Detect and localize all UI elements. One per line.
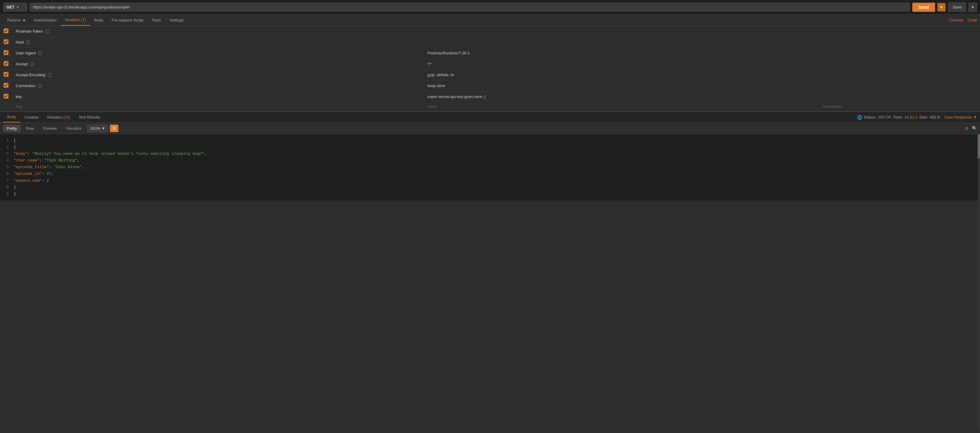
method-dropdown[interactable]: GET ▼ (3, 3, 27, 11)
tab-authorization[interactable]: Authorization (29, 15, 61, 26)
response-tab-headers[interactable]: Headers (10) (43, 112, 75, 122)
line-number: 6 (3, 171, 14, 177)
globe-icon[interactable]: 🌐 (857, 115, 862, 120)
header-checkbox-4[interactable] (4, 72, 8, 77)
info-icon-3[interactable]: i (30, 62, 34, 66)
cookies-link[interactable]: Cookies (949, 18, 963, 22)
send-button[interactable]: Send (912, 3, 935, 12)
header-checkbox-0[interactable] (4, 29, 8, 33)
header-checkbox-6[interactable] (4, 94, 8, 99)
tab-tests[interactable]: Tests (148, 15, 165, 26)
url-input[interactable] (30, 3, 910, 11)
response-tabs-row: Body Cookies Headers (10) Test Results 🌐… (0, 111, 980, 123)
code-area: 1[2 {3 "body": "Really? You need me to h… (0, 134, 980, 200)
save-dropdown-button[interactable]: ▼ (969, 3, 977, 12)
table-row: Postman-Token i (0, 26, 980, 37)
url-bar: GET ▼ Send ▼ Save ▼ (0, 0, 980, 14)
header-value-3: */* (423, 59, 818, 70)
save-response-button[interactable]: Save Response ▼ (944, 115, 977, 120)
code-line: 3 "body": "Really? You need me to help u… (0, 150, 980, 157)
line-number: 5 (3, 164, 14, 171)
placeholder-key: Key (12, 102, 423, 111)
header-key-2: User-Agent i (12, 48, 423, 59)
copy-icon[interactable]: ⧉ (965, 126, 968, 131)
scrollbar-thumb[interactable] (978, 134, 980, 158)
line-number: 1 (3, 137, 14, 144)
response-tab-cookies[interactable]: Cookies (21, 112, 43, 122)
format-tab-pretty[interactable]: Pretty (3, 125, 21, 132)
header-checkbox-3[interactable] (4, 61, 8, 66)
header-value-1 (423, 37, 818, 48)
header-checkbox-5[interactable] (4, 83, 8, 88)
header-value-2: PostmanRuntime/7.26.3 (423, 48, 818, 59)
format-tab-visualize[interactable]: Visualize (62, 125, 85, 132)
header-value-4: gzip, deflate, br (423, 70, 818, 80)
header-key-1: Host i (12, 37, 423, 48)
info-icon-2[interactable]: i (38, 51, 42, 55)
table-row: Accept-Encoding i gzip, deflate, br (0, 70, 980, 80)
table-row: Connection i keep-alive (0, 80, 980, 91)
tab-settings[interactable]: Settings (165, 15, 188, 26)
header-value-6: super-secret-api-key-goes-here-:) (423, 91, 818, 102)
wrap-lines-button[interactable]: ☰ (110, 125, 118, 132)
placeholder-description: Description (818, 102, 980, 111)
code-line: 6 "episode_id": 27, (0, 171, 980, 177)
header-value-5: keep-alive (423, 80, 818, 91)
code-link[interactable]: Code (967, 18, 977, 22)
placeholder-value: Value (423, 102, 818, 111)
code-wrapper: 1[2 {3 "body": "Really? You need me to h… (0, 134, 980, 431)
time-value: 10.21 s (904, 115, 918, 120)
save-button[interactable]: Save (948, 2, 966, 12)
format-json-dropdown[interactable]: JSON ▼ (87, 125, 108, 132)
code-line: 5 "episode_title": "Zuko Alone", (0, 164, 980, 171)
line-number: 9 (3, 191, 14, 197)
search-icon[interactable]: 🔍 (972, 126, 977, 131)
line-number: 4 (3, 157, 14, 164)
code-line: 4 "char_name": "Toph Beifong", (0, 157, 980, 164)
header-key-6: key (12, 91, 423, 102)
chevron-down-icon: ▼ (102, 126, 105, 131)
code-line: 7 "season_num": 2 (0, 177, 980, 184)
line-number: 7 (3, 177, 14, 184)
header-checkbox-1[interactable] (4, 39, 8, 44)
scrollbar-track[interactable] (978, 134, 980, 431)
line-number: 8 (3, 184, 14, 191)
header-value-0 (423, 26, 818, 37)
info-icon-0[interactable]: i (45, 29, 49, 34)
headers-table: Postman-Token i Host i User-Agent i Post… (0, 26, 980, 111)
tab-headers[interactable]: Headers (7) (61, 14, 90, 26)
table-row: Host i (0, 37, 980, 48)
size-value: 462 B (930, 115, 940, 120)
line-number: 3 (3, 150, 14, 157)
info-icon-5[interactable]: i (38, 84, 42, 88)
format-tab-preview[interactable]: Preview (39, 125, 60, 132)
status-value: 200 OK (878, 115, 891, 120)
header-checkbox-2[interactable] (4, 50, 8, 55)
params-dot (23, 19, 25, 21)
header-key-3: Accept i (12, 59, 423, 70)
send-dropdown-button[interactable]: ▼ (937, 3, 946, 11)
response-tab-body[interactable]: Body (3, 112, 21, 123)
code-line: 2 { (0, 144, 980, 150)
line-number: 2 (3, 144, 14, 150)
method-label: GET (6, 5, 14, 10)
tabs-right-links: Cookies Code (949, 18, 977, 22)
format-tab-raw[interactable]: Raw (22, 125, 37, 132)
tab-body[interactable]: Body (90, 15, 108, 26)
info-icon-1[interactable]: i (26, 40, 30, 45)
response-tab-test-results[interactable]: Test Results (75, 112, 105, 122)
header-key-4: Accept-Encoding i (12, 70, 423, 80)
tab-params[interactable]: Params (3, 15, 29, 26)
table-row: User-Agent i PostmanRuntime/7.26.3 (0, 48, 980, 59)
info-icon-4[interactable]: i (48, 73, 52, 77)
table-row: key super-secret-api-key-goes-here-:) (0, 91, 980, 102)
header-key-5: Connection i (12, 80, 423, 91)
request-tabs: Params Authorization Headers (7) Body Pr… (0, 14, 980, 26)
tab-pre-request-script[interactable]: Pre-request Script (108, 15, 148, 26)
code-line: 1[ (0, 137, 980, 144)
header-key-0: Postman-Token i (12, 26, 423, 37)
code-line: 9] (0, 191, 980, 197)
table-row-placeholder: Key Value Description (0, 102, 980, 111)
code-line: 8 } (0, 184, 980, 191)
format-tabs-row: Pretty Raw Preview Visualize JSON ▼ ☰ ⧉ … (0, 123, 980, 134)
